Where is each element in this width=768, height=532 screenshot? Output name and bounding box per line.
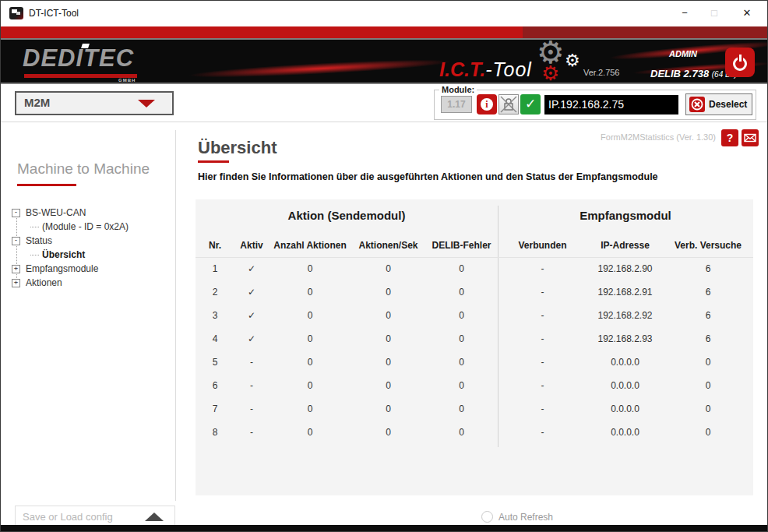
- gear-icon: ⚙: [565, 52, 580, 69]
- cell-anzahl-aktionen: 0: [269, 380, 351, 391]
- cell-anzahl-aktionen: 0: [269, 357, 351, 368]
- power-button[interactable]: [725, 48, 755, 77]
- cell-aktionen-sek: 0: [351, 287, 425, 298]
- close-button[interactable]: ✕: [731, 1, 763, 25]
- module-number-field[interactable]: 1.17: [441, 96, 472, 113]
- tree-node-bs-weu-can[interactable]: - BS-WEU-CAN: [12, 206, 171, 220]
- accent-stripe: [1, 26, 767, 38]
- cell-verb-versuche: 6: [663, 287, 753, 298]
- group-header-empfangsmodul: Empfangsmodul: [498, 209, 753, 234]
- brand-banner: DEDITEC GMBH I.C.T.-Tool ⚙ ⚙ ⚙ Ver.2.756…: [1, 38, 767, 84]
- app-icon: [9, 7, 23, 19]
- title-bar: DT-ICT-Tool − □ ✕: [1, 1, 767, 26]
- column-group-divider: [498, 206, 498, 447]
- collapse-icon[interactable]: -: [12, 237, 20, 245]
- cell-aktionen-sek: 0: [351, 263, 425, 274]
- chevron-down-icon: [138, 100, 155, 107]
- info-button[interactable]: i: [477, 94, 497, 115]
- minimize-button[interactable]: −: [668, 1, 701, 25]
- statistics-panel: Aktion (Sendemodul) Empfangsmodul Nr. Ak…: [196, 199, 753, 495]
- cell-delib-fehler: 0: [425, 427, 498, 438]
- module-group-label: Module:: [439, 85, 477, 94]
- tree-node-status[interactable]: - Status: [12, 234, 171, 248]
- cell-aktiv: ✓: [234, 310, 269, 321]
- table-header-row: Nr. Aktiv Anzahl Aktionen Aktionen/Sek D…: [196, 234, 753, 257]
- sidebar-divider: [175, 130, 176, 501]
- cell-anzahl-aktionen: 0: [269, 403, 351, 414]
- cell-anzahl-aktionen: 0: [269, 263, 351, 274]
- cell-aktiv: -: [234, 380, 269, 391]
- cell-delib-fehler: 0: [425, 357, 498, 368]
- chevron-up-icon: [145, 513, 164, 521]
- table-row: 2 ✓ 0 0 0 - 192.168.2.91 6: [196, 280, 753, 304]
- column-header: Verb. Versuche: [663, 240, 753, 251]
- tree-node-label: (Module - ID = 0x2A): [42, 221, 129, 232]
- logo-gmbh-label: GMBH: [118, 78, 136, 83]
- auto-refresh-toggle[interactable]: Auto Refresh: [481, 511, 553, 523]
- tree-node-label: Aktionen: [26, 277, 62, 288]
- tree-node-label: BS-WEU-CAN: [26, 207, 86, 218]
- column-header: Aktionen/Sek: [351, 240, 425, 251]
- tree-node-empfangsmodule[interactable]: + Empfangsmodule: [12, 262, 171, 276]
- header-underline: [196, 257, 753, 258]
- column-header: Anzahl Aktionen: [269, 240, 351, 251]
- tree-node-aktionen[interactable]: + Aktionen: [12, 276, 171, 290]
- cell-verbunden: -: [498, 263, 587, 274]
- save-load-config-combo[interactable]: Save or Load config: [15, 506, 175, 527]
- cell-verb-versuche: 0: [663, 380, 753, 391]
- cell-nr: 2: [196, 287, 234, 298]
- tree-node-uebersicht[interactable]: Übersicht: [12, 248, 171, 262]
- cell-ip-adresse: 0.0.0.0: [587, 427, 663, 438]
- app-version: Ver.2.756: [583, 68, 620, 77]
- cell-ip-adresse: 192.168.2.92: [587, 310, 663, 321]
- cell-anzahl-aktionen: 0: [269, 287, 351, 298]
- cell-ip-adresse: 0.0.0.0: [587, 357, 663, 368]
- table-group-header: Aktion (Sendemodul) Empfangsmodul: [196, 199, 753, 234]
- table-row: 3 ✓ 0 0 0 - 192.168.2.92 6: [196, 304, 753, 327]
- expand-icon[interactable]: +: [12, 265, 20, 273]
- expand-icon[interactable]: +: [12, 279, 20, 287]
- table-row: 5 - 0 0 0 - 0.0.0.0 0: [196, 351, 753, 374]
- page-subtitle: Hier finden Sie Informationen über die a…: [198, 171, 658, 182]
- cell-verbunden: -: [498, 357, 587, 368]
- connect-ok-button[interactable]: ✓: [520, 94, 541, 115]
- gear-icon: ⚙: [541, 63, 559, 83]
- tree-elbow-line: [30, 254, 39, 255]
- cell-delib-fehler: 0: [425, 310, 498, 321]
- cell-delib-fehler: 0: [425, 287, 498, 298]
- red-streak: [188, 56, 453, 81]
- cell-nr: 6: [196, 380, 234, 391]
- table-row: 6 - 0 0 0 - 0.0.0.0 0: [196, 374, 753, 397]
- cell-nr: 3: [196, 310, 234, 321]
- navigation-tree: - BS-WEU-CAN (Module - ID = 0x2A) - Stat…: [12, 206, 171, 290]
- cell-nr: 8: [196, 427, 234, 438]
- cell-aktiv: -: [234, 357, 269, 368]
- column-header: Verbunden: [498, 240, 587, 251]
- column-header: Aktiv: [234, 240, 269, 251]
- cell-delib-fehler: 0: [425, 403, 498, 414]
- cell-nr: 1: [196, 263, 234, 274]
- module-ip-display: IP.192.168.2.75: [544, 95, 678, 115]
- collapse-icon[interactable]: -: [12, 209, 20, 217]
- cell-verbunden: -: [498, 427, 587, 438]
- radio-icon[interactable]: [481, 511, 493, 523]
- divider: [1, 122, 767, 122]
- mode-dropdown[interactable]: M2M: [15, 91, 174, 115]
- cell-verb-versuche: 0: [663, 357, 753, 368]
- mail-button[interactable]: [742, 129, 759, 146]
- page-title-underline: [198, 160, 229, 163]
- cell-nr: 7: [196, 403, 234, 414]
- help-button[interactable]: ?: [721, 129, 738, 146]
- sidebar-heading-underline: [17, 184, 76, 186]
- unlock-button[interactable]: [498, 94, 519, 115]
- tree-elbow-line: [30, 226, 39, 227]
- info-icon: i: [481, 98, 493, 111]
- cell-aktiv: -: [234, 403, 269, 414]
- deselect-button[interactable]: Deselect: [685, 93, 752, 115]
- sidebar-heading: Machine to Machine: [17, 160, 150, 178]
- deselect-button-label: Deselect: [709, 99, 747, 110]
- cell-verb-versuche: 6: [663, 333, 753, 344]
- cell-anzahl-aktionen: 0: [269, 333, 351, 344]
- tree-node-module-id[interactable]: (Module - ID = 0x2A): [12, 220, 171, 234]
- mode-dropdown-value: M2M: [24, 96, 50, 109]
